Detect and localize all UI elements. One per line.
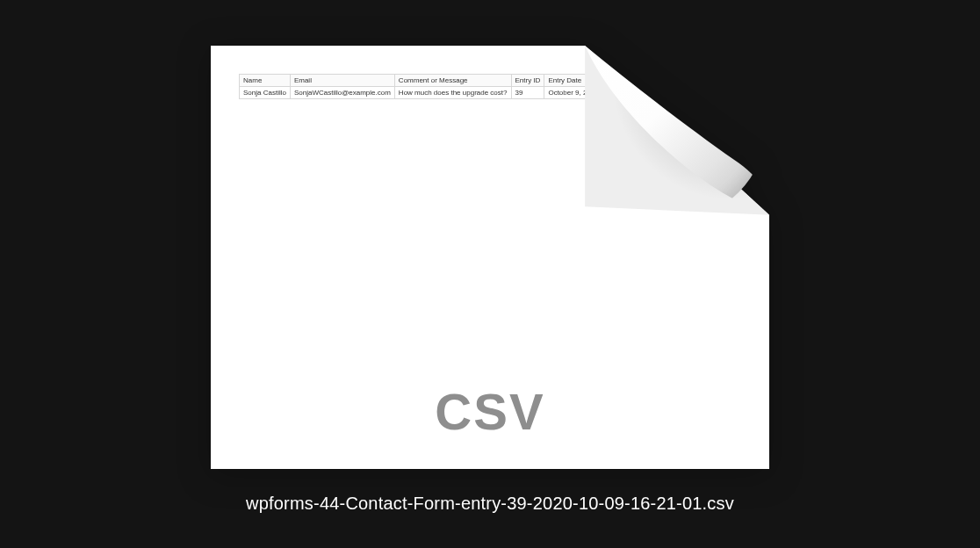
cell-name: Sonja Castillo <box>240 87 291 99</box>
page-surface: Name Email Comment or Message Entry ID E… <box>211 46 769 469</box>
cell-entry-id: 39 <box>511 87 544 99</box>
col-viewed: Viewed <box>674 75 705 87</box>
file-name: wpforms-44-Contact-Form-entry-39-2020-10… <box>246 494 734 514</box>
file-preview[interactable]: Name Email Comment or Message Entry ID E… <box>211 46 769 469</box>
table-header-row: Name Email Comment or Message Entry ID E… <box>240 75 706 87</box>
col-comment: Comment or Message <box>394 75 511 87</box>
cell-comment: How much does the upgrade cost? <box>394 87 511 99</box>
cell-viewed: 1 <box>674 87 705 99</box>
col-entry-id: Entry ID <box>511 75 544 87</box>
col-email: Email <box>290 75 394 87</box>
cell-email: SonjaWCastillo@example.com <box>290 87 394 99</box>
file-type-label: CSV <box>435 382 544 441</box>
col-name: Name <box>240 75 291 87</box>
col-entry-notes: Entry Notes <box>630 75 674 87</box>
